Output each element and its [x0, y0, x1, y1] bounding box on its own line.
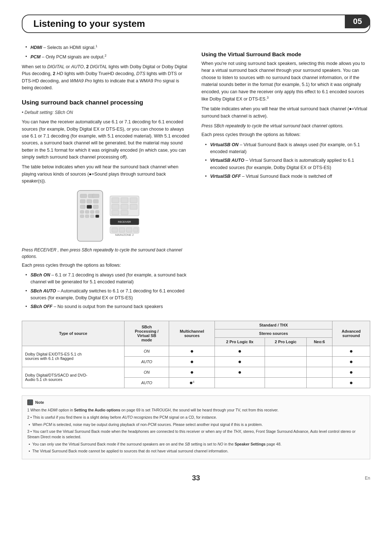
- svg-rect-23: [121, 204, 128, 209]
- table-row: Dolby Digital EX/DTS-ES 5.1 chsources wi…: [22, 346, 370, 356]
- note-item-1: 1 When the HDMI option in Setting the Au…: [27, 407, 365, 413]
- svg-rect-25: [112, 210, 119, 215]
- sbch-auto-option: SBch AUTO – Automatically switches to 6.…: [25, 288, 191, 302]
- td-neo-2: [306, 367, 332, 377]
- svg-rect-24: [130, 204, 137, 209]
- th-stereo-sources: Stereo sources: [215, 329, 332, 337]
- td-source-2: Dolby Digital/DTS/SACD and DVD-Audio 5.1…: [22, 367, 124, 388]
- svg-rect-10: [80, 210, 84, 213]
- vsb-auto-option: VirtualSB AUTO – Virtual Surround Back i…: [205, 157, 370, 171]
- header-bar: Listening to your system 05: [22, 15, 370, 33]
- hdmi-text: – Selects an HDMI signal.: [43, 45, 95, 50]
- svg-rect-21: [130, 198, 137, 203]
- td-plx-1: ●: [215, 346, 265, 356]
- svg-rect-19: [112, 198, 119, 203]
- surround-para1: You can have the receiver automatically …: [22, 119, 191, 161]
- note-icon: 🎵: [27, 399, 33, 405]
- td-pl-1: [265, 346, 306, 356]
- footer-lang: En: [365, 476, 370, 481]
- th-pro-logic: 2 Pro Logic: [265, 337, 306, 346]
- td-neo-1b: [306, 356, 332, 367]
- page-footer: 33 En: [22, 470, 370, 482]
- notes-label: Note: [35, 399, 44, 406]
- note-item-3b: You can only use the Virtual Surround Ba…: [27, 442, 365, 447]
- td-adv-1: ●: [332, 346, 370, 356]
- th-advanced: Advancedsurround: [332, 321, 370, 346]
- surround-table: Type of source SBchProcessing /Virtual S…: [22, 321, 370, 388]
- td-plx-2: ●: [215, 367, 265, 377]
- th-sbch: SBchProcessing /Virtual SBmode: [124, 321, 169, 346]
- svg-rect-15: [85, 215, 89, 218]
- svg-rect-32: [119, 228, 125, 232]
- top-bullet-list: HDMI – Selects an HDMI signal.1 PCM – On…: [22, 44, 191, 61]
- hdmi-sup: 1: [95, 44, 97, 48]
- hdmi-label: HDMI: [30, 45, 42, 50]
- td-mode-on-2: ON: [124, 367, 169, 377]
- vsb-options-list: VirtualSB ON – Virtual Surround Back is …: [201, 141, 370, 180]
- remote-image-area: RECEIVER MAIN/ZONE 2: [22, 189, 191, 243]
- hdmi-bullet: HDMI – Selects an HDMI signal.1: [25, 44, 191, 52]
- vsb-sup3: 3: [267, 96, 269, 99]
- td-multi-2: ●: [169, 367, 215, 377]
- svg-rect-9: [93, 205, 98, 209]
- td-plx-1b: ●: [215, 356, 265, 367]
- td-multi-1: ●: [169, 346, 215, 356]
- svg-rect-26: [121, 210, 128, 215]
- footer-page-number: 33: [192, 474, 200, 482]
- td-neo-1: [306, 346, 332, 356]
- default-setting: • Default setting: SBch ON: [22, 109, 191, 116]
- svg-rect-17: [95, 215, 99, 218]
- td-plx-2b: [215, 377, 265, 388]
- svg-text:RECEIVER: RECEIVER: [118, 221, 131, 223]
- td-multi-1b: ●: [169, 356, 215, 367]
- page-number-badge: 05: [345, 15, 370, 28]
- press-instruction-left: Press RECEIVER , then press SBch repeate…: [22, 247, 191, 260]
- pcm-label: PCM: [30, 54, 41, 59]
- td-adv-1b: ●: [332, 356, 370, 367]
- td-mode-on-1: ON: [124, 346, 169, 356]
- td-adv-2b: ●: [332, 377, 370, 388]
- each-press-left: Each press cycles through the options as…: [22, 262, 191, 269]
- sbch-on-option: SBch ON – 6.1 or 7.1 decoding is always …: [25, 272, 191, 286]
- svg-rect-5: [87, 200, 92, 203]
- th-neo6: Neo:6: [306, 337, 332, 346]
- svg-rect-33: [126, 228, 132, 232]
- vsb-off-option: VirtualSB OFF – Virtual Surround Back mo…: [205, 173, 370, 180]
- c-sup: c: [193, 380, 195, 383]
- th-multichannel: Multichannelsources: [169, 321, 215, 346]
- svg-rect-16: [90, 215, 94, 218]
- sbch-options-list: SBch ON – 6.1 or 7.1 decoding is always …: [22, 272, 191, 311]
- note-item-2b: When PCM is selected, noise may be outpu…: [27, 422, 365, 428]
- td-mode-auto-2: AUTO: [124, 377, 169, 388]
- left-column: HDMI – Selects an HDMI signal.1 PCM – On…: [22, 44, 191, 313]
- digital-auto-para: When set to DIGITAL or AUTO, 2 DIGITAL l…: [22, 63, 191, 92]
- pcm-sup: 2: [105, 54, 106, 57]
- sbch-off-option: SBch OFF – No sound is output from the s…: [25, 303, 191, 310]
- td-pl-1b: [265, 356, 306, 367]
- vsb-heading: Using the Virtual Surround Back mode: [201, 51, 370, 57]
- surround-para2: The table below indicates when you will …: [22, 164, 191, 185]
- svg-rect-11: [85, 210, 89, 213]
- two-col-layout: HDMI – Selects an HDMI signal.1 PCM – On…: [22, 44, 370, 313]
- pcm-bullet: PCM – Only PCM signals are output.2: [25, 53, 191, 61]
- th-standard-thx: Standard / THX: [215, 321, 332, 329]
- td-pl-2b: [265, 377, 306, 388]
- vsb-para2: The table indicates when you will hear t…: [201, 106, 370, 120]
- remote-svg: RECEIVER MAIN/ZONE 2: [70, 189, 143, 243]
- table-header-row-1: Type of source SBchProcessing /Virtual S…: [22, 321, 370, 329]
- svg-rect-14: [80, 215, 84, 218]
- svg-rect-31: [112, 228, 118, 232]
- svg-rect-13: [95, 210, 99, 213]
- svg-text:MAIN/ZONE 2: MAIN/ZONE 2: [115, 233, 134, 237]
- th-pro-logic-iix: 2 Pro Logic IIx: [215, 337, 265, 346]
- td-neo-2b: [306, 377, 332, 388]
- surround-section-heading: Using surround back channel processing: [22, 99, 191, 106]
- td-source-1: Dolby Digital EX/DTS-ES 5.1 chsources wi…: [22, 346, 124, 367]
- vsb-on-option: VirtualSB ON – Virtual Surround Back is …: [205, 141, 370, 156]
- each-press-right: Each press cycles through the options as…: [201, 131, 370, 138]
- svg-rect-6: [93, 200, 98, 203]
- note-item-2: 2 • This is useful if you find there is …: [27, 415, 365, 420]
- page-container: Listening to your system 05 HDMI – Selec…: [0, 0, 392, 554]
- note-item-3c: The Virtual Surround Back mode cannot be…: [27, 448, 365, 454]
- svg-rect-7: [80, 205, 85, 209]
